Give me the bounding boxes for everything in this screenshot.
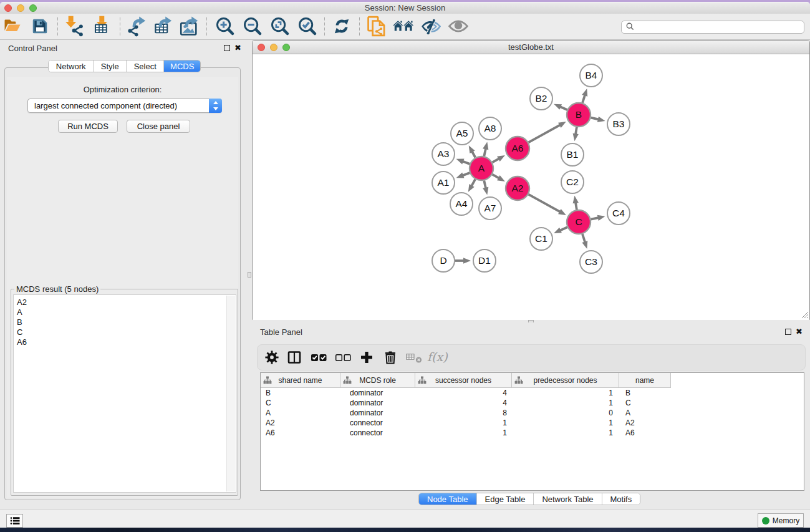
node-A8[interactable]: A8 bbox=[479, 117, 501, 140]
search-box[interactable] bbox=[621, 21, 804, 34]
edge-A-A3[interactable] bbox=[456, 159, 470, 165]
result-item[interactable]: A6 bbox=[14, 337, 236, 347]
mcds-result-list[interactable]: A2ABCA6 bbox=[13, 294, 236, 493]
tab-motifs[interactable]: Motifs bbox=[602, 493, 640, 505]
zoom-window-button[interactable] bbox=[29, 4, 37, 12]
node-B1[interactable]: B1 bbox=[561, 143, 584, 166]
network-canvas[interactable]: B4B2BB3A8A5A6A3B1AC2A1A2A4A7C4CC1DC3D1 bbox=[253, 54, 809, 320]
node-A4[interactable]: A4 bbox=[450, 193, 473, 215]
close-panel-icon[interactable]: ✖ bbox=[234, 45, 241, 51]
export-table-button[interactable] bbox=[152, 16, 174, 38]
node-D[interactable]: D bbox=[432, 249, 455, 272]
edge-C-C2[interactable] bbox=[573, 196, 579, 210]
node-table[interactable]: shared nameMCDS rolesuccessor nodesprede… bbox=[260, 372, 804, 491]
zoom-in-button[interactable] bbox=[214, 16, 236, 38]
export-image-button[interactable] bbox=[178, 16, 200, 38]
zoom-selected-button[interactable] bbox=[296, 16, 319, 38]
memory-button[interactable]: Memory bbox=[758, 513, 804, 528]
result-scrollbar[interactable] bbox=[226, 296, 235, 491]
select-all-button[interactable] bbox=[309, 348, 329, 368]
edge-A-A6[interactable] bbox=[493, 155, 505, 162]
net-zoom-button[interactable] bbox=[282, 44, 290, 51]
task-history-button[interactable] bbox=[6, 514, 23, 528]
node-C3[interactable]: C3 bbox=[580, 251, 602, 273]
node-A[interactable]: A bbox=[470, 157, 493, 180]
open-session-button[interactable] bbox=[1, 16, 24, 38]
share-session-button[interactable] bbox=[365, 16, 388, 38]
network-graph[interactable]: B4B2BB3A8A5A6A3B1AC2A1A2A4A7C4CC1DC3D1 bbox=[253, 54, 809, 320]
edge-A6-B[interactable] bbox=[529, 122, 566, 142]
node-C4[interactable]: C4 bbox=[607, 202, 630, 225]
edge-A-A4[interactable] bbox=[468, 179, 475, 191]
node-C1[interactable]: C1 bbox=[530, 228, 552, 250]
result-item[interactable]: C bbox=[14, 327, 236, 337]
node-B[interactable]: B bbox=[567, 103, 591, 127]
column-header-name[interactable]: name bbox=[619, 373, 671, 388]
delete-column-button[interactable] bbox=[380, 348, 400, 368]
edge-A-A8[interactable] bbox=[483, 142, 488, 157]
edge-B-B1[interactable] bbox=[573, 127, 579, 142]
table-settings-button[interactable] bbox=[262, 348, 282, 368]
column-header-shared-name[interactable]: shared name bbox=[261, 373, 340, 388]
network-view-window[interactable]: testGlobe.txt B4B2BB3A8A5A6A3B1AC2A1A2A4… bbox=[252, 40, 810, 320]
node-A6[interactable]: A6 bbox=[506, 137, 529, 160]
edge-B-B4[interactable] bbox=[582, 89, 587, 103]
tab-select[interactable]: Select bbox=[127, 60, 165, 72]
edge-B-B3[interactable] bbox=[591, 117, 605, 122]
node-D1[interactable]: D1 bbox=[473, 249, 496, 272]
tab-network-table[interactable]: Network Table bbox=[534, 493, 602, 505]
refresh-button[interactable] bbox=[330, 16, 353, 38]
node-C2[interactable]: C2 bbox=[561, 171, 584, 193]
minimize-window-button[interactable] bbox=[17, 4, 24, 12]
tab-node-table[interactable]: Node Table bbox=[419, 493, 477, 505]
vertical-splitter-handle[interactable] bbox=[248, 272, 251, 278]
tab-network[interactable]: Network bbox=[49, 60, 94, 72]
edge-D-D1[interactable] bbox=[455, 258, 471, 263]
float-table-panel-icon[interactable] bbox=[785, 329, 791, 335]
edge-C-C4[interactable] bbox=[591, 215, 605, 221]
resize-grip-icon[interactable] bbox=[801, 311, 808, 318]
result-item[interactable]: A2 bbox=[14, 297, 236, 307]
result-item[interactable]: A bbox=[14, 307, 236, 317]
tab-edge-table[interactable]: Edge Table bbox=[477, 493, 534, 505]
deselect-all-button[interactable] bbox=[333, 348, 353, 368]
app-titlebar[interactable]: Session: New Session bbox=[0, 2, 810, 14]
table-row[interactable]: Adominator80A bbox=[261, 408, 804, 418]
node-A1[interactable]: A1 bbox=[432, 172, 455, 194]
import-network-button[interactable] bbox=[64, 16, 86, 38]
net-minimize-button[interactable] bbox=[270, 44, 277, 51]
close-panel-button[interactable]: Close panel bbox=[127, 120, 190, 133]
column-header-MCDS-role[interactable]: MCDS role bbox=[340, 373, 415, 388]
search-input[interactable] bbox=[637, 23, 804, 32]
edge-A-A2[interactable] bbox=[493, 175, 505, 181]
close-window-button[interactable] bbox=[4, 4, 12, 12]
edge-A-A5[interactable] bbox=[469, 145, 476, 157]
node-B3[interactable]: B3 bbox=[607, 113, 630, 135]
column-header-predecessor-nodes[interactable]: predecessor nodes bbox=[512, 373, 619, 388]
node-A2[interactable]: A2 bbox=[506, 177, 529, 200]
node-C[interactable]: C bbox=[567, 210, 591, 234]
node-B2[interactable]: B2 bbox=[530, 87, 552, 110]
hide-selected-button[interactable] bbox=[420, 16, 442, 38]
edge-C-C3[interactable] bbox=[582, 234, 587, 249]
zoom-out-button[interactable] bbox=[241, 16, 264, 38]
node-B4[interactable]: B4 bbox=[580, 64, 602, 87]
result-item[interactable]: B bbox=[14, 317, 236, 327]
export-network-button[interactable] bbox=[125, 16, 148, 38]
net-close-button[interactable] bbox=[258, 44, 265, 51]
add-column-button[interactable] bbox=[357, 348, 377, 368]
table-row[interactable]: Cdominator41C bbox=[261, 398, 804, 408]
float-panel-icon[interactable] bbox=[224, 45, 230, 51]
first-neighbors-button[interactable] bbox=[392, 16, 415, 38]
edge-A-A7[interactable] bbox=[483, 181, 488, 195]
save-session-button[interactable] bbox=[29, 16, 51, 38]
node-A5[interactable]: A5 bbox=[451, 122, 473, 145]
show-all-button[interactable] bbox=[447, 16, 470, 38]
node-A3[interactable]: A3 bbox=[432, 143, 455, 165]
tab-mcds[interactable]: MCDS bbox=[164, 60, 200, 72]
run-mcds-button[interactable]: Run MCDS bbox=[58, 120, 118, 133]
edge-B-B2[interactable] bbox=[554, 104, 567, 110]
zoom-fit-button[interactable] bbox=[269, 16, 291, 38]
edge-C-C1[interactable] bbox=[554, 227, 567, 233]
close-table-panel-icon[interactable]: ✖ bbox=[796, 329, 803, 335]
